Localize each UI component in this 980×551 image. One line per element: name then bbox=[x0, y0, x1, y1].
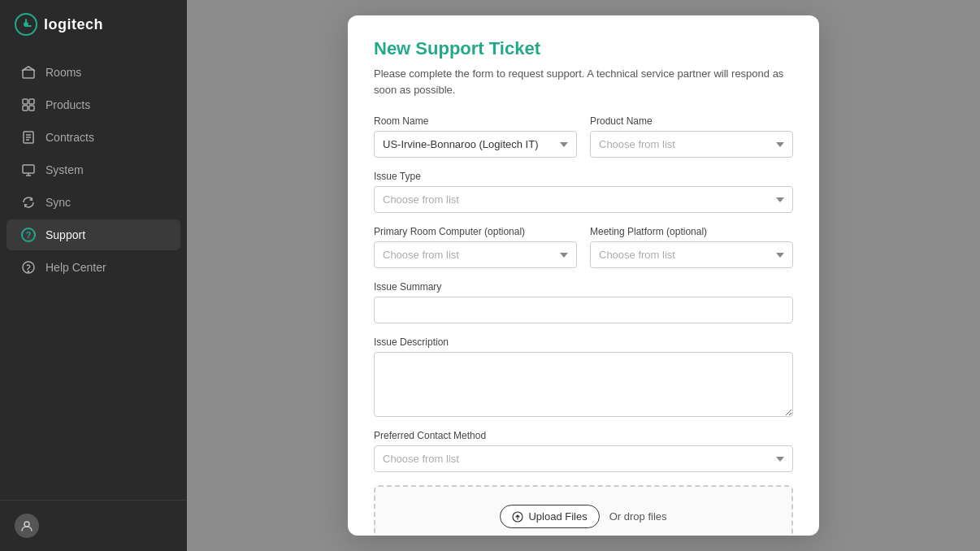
sidebar-item-sync-label: Sync bbox=[46, 196, 71, 209]
sidebar: logitech Rooms Products bbox=[0, 0, 187, 551]
avatar[interactable] bbox=[15, 514, 39, 538]
logo-area: logitech bbox=[0, 0, 187, 49]
upload-btn-label: Upload Files bbox=[528, 510, 587, 523]
preferred-contact-select[interactable]: Choose from list bbox=[374, 445, 793, 472]
sidebar-nav: Rooms Products bbox=[0, 49, 187, 500]
upload-or-text: Or drop files bbox=[609, 510, 667, 523]
sidebar-item-rooms[interactable]: Rooms bbox=[7, 57, 180, 88]
sidebar-item-support[interactable]: ? Support bbox=[7, 219, 180, 250]
logitech-logo-icon bbox=[15, 13, 37, 36]
svg-rect-6 bbox=[29, 106, 34, 111]
svg-point-16 bbox=[24, 522, 29, 527]
sidebar-item-system-label: System bbox=[46, 163, 84, 176]
svg-rect-2 bbox=[23, 70, 34, 78]
issue-type-label: Issue Type bbox=[374, 171, 793, 182]
preferred-contact-group: Preferred Contact Method Choose from lis… bbox=[374, 430, 793, 472]
main-content: New Support Ticket Please complete the f… bbox=[187, 0, 980, 551]
upload-icon bbox=[512, 511, 523, 523]
rooms-icon bbox=[21, 65, 36, 80]
product-name-select[interactable]: Choose from list bbox=[590, 131, 793, 158]
sidebar-item-system[interactable]: System bbox=[7, 154, 180, 185]
upload-files-button[interactable]: Upload Files bbox=[500, 505, 599, 528]
sidebar-item-contracts[interactable]: Contracts bbox=[7, 122, 180, 153]
meeting-platform-label: Meeting Platform (optional) bbox=[590, 226, 793, 237]
room-name-group: Room Name US-Irvine-Bonnaroo (Logitech I… bbox=[374, 115, 577, 158]
products-icon bbox=[21, 98, 36, 112]
modal-subtitle: Please complete the form to request supp… bbox=[374, 66, 793, 98]
svg-rect-4 bbox=[29, 99, 34, 104]
sidebar-item-rooms-label: Rooms bbox=[46, 66, 81, 79]
contracts-icon bbox=[21, 130, 36, 145]
issue-description-label: Issue Description bbox=[374, 336, 793, 348]
room-name-label: Room Name bbox=[374, 115, 577, 127]
issue-summary-label: Issue Summary bbox=[374, 281, 793, 293]
sidebar-item-contracts-label: Contracts bbox=[46, 131, 94, 144]
primary-computer-group: Primary Room Computer (optional) Choose … bbox=[374, 226, 577, 268]
sidebar-item-products[interactable]: Products bbox=[7, 89, 180, 120]
issue-description-group: Issue Description bbox=[374, 336, 793, 417]
svg-rect-3 bbox=[23, 99, 28, 104]
issue-type-group: Issue Type Choose from list bbox=[374, 171, 793, 213]
preferred-contact-label: Preferred Contact Method bbox=[374, 430, 793, 441]
issue-summary-input[interactable] bbox=[374, 297, 793, 323]
sidebar-item-help[interactable]: Help Center bbox=[7, 252, 180, 283]
system-icon bbox=[21, 163, 36, 177]
room-name-select[interactable]: US-Irvine-Bonnaroo (Logitech IT) bbox=[374, 131, 577, 158]
meeting-platform-select[interactable]: Choose from list bbox=[590, 241, 793, 268]
support-ticket-modal: New Support Ticket Please complete the f… bbox=[348, 15, 819, 536]
form-row-1: Room Name US-Irvine-Bonnaroo (Logitech I… bbox=[374, 115, 793, 158]
svg-point-1 bbox=[24, 22, 28, 27]
modal-title: New Support Ticket bbox=[374, 38, 793, 59]
svg-point-15 bbox=[28, 271, 29, 272]
sync-icon bbox=[21, 195, 36, 210]
svg-rect-11 bbox=[23, 165, 34, 173]
support-icon: ? bbox=[21, 228, 36, 242]
help-icon bbox=[21, 260, 36, 275]
form-row-4: Issue Summary bbox=[374, 281, 793, 323]
upload-area[interactable]: Upload Files Or drop files bbox=[374, 485, 793, 536]
issue-summary-group: Issue Summary bbox=[374, 281, 793, 323]
form-row-3: Primary Room Computer (optional) Choose … bbox=[374, 226, 793, 268]
sidebar-item-help-label: Help Center bbox=[46, 261, 106, 274]
product-name-group: Product Name Choose from list bbox=[590, 115, 793, 158]
form-row-6: Preferred Contact Method Choose from lis… bbox=[374, 430, 793, 472]
issue-type-select[interactable]: Choose from list bbox=[374, 186, 793, 213]
sidebar-bottom bbox=[0, 500, 187, 551]
issue-description-textarea[interactable] bbox=[374, 352, 793, 417]
primary-computer-select[interactable]: Choose from list bbox=[374, 241, 577, 268]
sidebar-item-products-label: Products bbox=[46, 98, 90, 111]
form-row-5: Issue Description bbox=[374, 336, 793, 417]
modal-overlay: New Support Ticket Please complete the f… bbox=[187, 0, 980, 551]
form-row-2: Issue Type Choose from list bbox=[374, 171, 793, 213]
primary-computer-label: Primary Room Computer (optional) bbox=[374, 226, 577, 237]
sidebar-item-support-label: Support bbox=[46, 228, 85, 241]
svg-rect-5 bbox=[23, 106, 28, 111]
logo-text: logitech bbox=[44, 16, 103, 33]
product-name-label: Product Name bbox=[590, 115, 793, 127]
meeting-platform-group: Meeting Platform (optional) Choose from … bbox=[590, 226, 793, 268]
sidebar-item-sync[interactable]: Sync bbox=[7, 187, 180, 218]
